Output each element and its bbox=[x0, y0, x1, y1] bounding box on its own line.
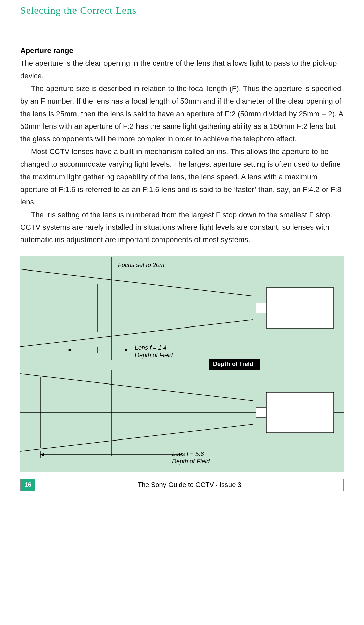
body-text-block: Aperture range The aperture is the clear… bbox=[20, 46, 344, 246]
chapter-title: Selecting the Correct Lens bbox=[20, 5, 344, 16]
paragraph-3: Most CCTV lenses have a built-in mechani… bbox=[20, 145, 344, 208]
footer-text: The Sony Guide to CCTV · Issue 3 bbox=[35, 479, 343, 491]
depth-of-field-diagram bbox=[20, 256, 344, 472]
svg-line-14 bbox=[20, 374, 253, 401]
svg-rect-12 bbox=[266, 288, 334, 328]
figure-focus-label: Focus set to 20m. bbox=[118, 262, 166, 269]
figure-caption-box: Depth of Field bbox=[209, 359, 260, 370]
page-number: 16 bbox=[21, 479, 35, 491]
header-rule bbox=[20, 19, 344, 19]
figure-lens2-label-line1: Lens f = 5.6 bbox=[172, 451, 204, 458]
svg-line-15 bbox=[20, 424, 253, 451]
svg-line-2 bbox=[20, 320, 253, 347]
figure-lens2-label-line2: Depth of Field bbox=[172, 458, 210, 465]
paragraph-3-text: Most CCTV lenses have a built-in mechani… bbox=[20, 147, 341, 206]
page-footer: 16 The Sony Guide to CCTV · Issue 3 bbox=[20, 479, 344, 491]
svg-line-1 bbox=[20, 269, 253, 296]
paragraph-4: The iris setting of the lens is numbered… bbox=[20, 208, 344, 246]
figure-lens1-label-line2: Depth of Field bbox=[135, 352, 173, 359]
paragraph-2-text: The aperture size is described in relati… bbox=[20, 84, 343, 143]
figure-lens1-label-line1: Lens f = 1.4 bbox=[135, 344, 167, 351]
svg-rect-11 bbox=[256, 303, 266, 313]
svg-rect-23 bbox=[266, 392, 334, 433]
depth-of-field-figure: Focus set to 20m. Lens f = 1.4 Depth of … bbox=[20, 256, 344, 472]
section-heading: Aperture range bbox=[20, 46, 344, 55]
paragraph-1: The aperture is the clear opening in the… bbox=[20, 57, 344, 82]
paragraph-2: The aperture size is described in relati… bbox=[20, 82, 344, 145]
svg-rect-22 bbox=[256, 407, 266, 418]
paragraph-4-text: The iris setting of the lens is numbered… bbox=[20, 210, 332, 244]
